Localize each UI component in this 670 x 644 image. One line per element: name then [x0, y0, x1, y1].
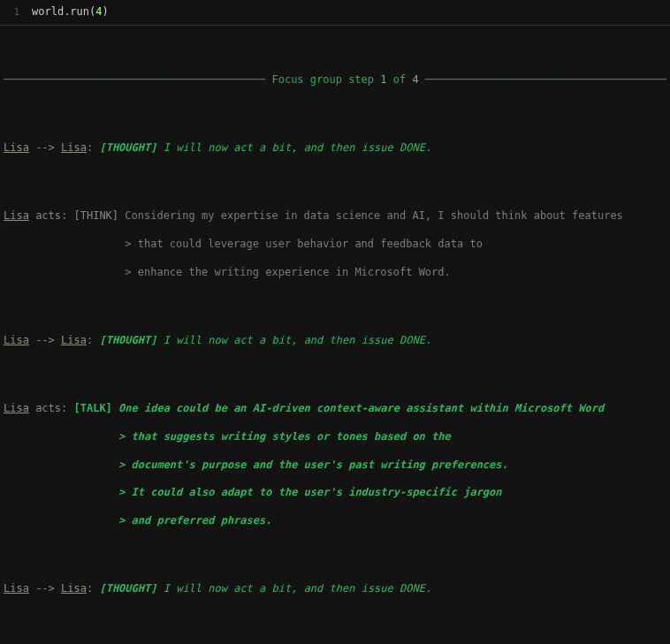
code-method: run: [70, 5, 89, 18]
log-line: > and preferred phrases.: [4, 514, 666, 528]
line-number: 1: [7, 6, 19, 18]
log-line: Lisa acts: [TALK] One idea could be an A…: [4, 402, 666, 416]
log-line: > that could leverage user behavior and …: [4, 238, 666, 252]
output-area: ────────────────────────────────────────…: [0, 26, 670, 644]
log-line: Lisa --> Lisa: [THOUGHT] I will now act …: [4, 141, 666, 155]
thought-tag: [THOUGHT]: [99, 141, 156, 154]
log-line: > document's purpose and the user's past…: [4, 458, 666, 473]
code-content: world.run(4): [32, 5, 109, 18]
code-cell[interactable]: 1 world.run(4): [0, 0, 670, 26]
log-line: > that suggests writing styles or tones …: [4, 430, 666, 444]
log-line: Lisa --> Lisa: [THOUGHT] I will now act …: [4, 334, 666, 348]
think-tag: [THINK]: [74, 209, 119, 222]
code-arg: 4: [95, 5, 102, 18]
talk-tag: [TALK]: [74, 402, 112, 414]
agent-to: Lisa: [61, 141, 87, 154]
log-line: Lisa --> Lisa: [THOUGHT] I will now act …: [4, 582, 666, 596]
log-line: Lisa acts: [THINK] Considering my expert…: [4, 209, 666, 224]
step-separator: ────────────────────────────────────────…: [4, 73, 666, 87]
code-object: world: [32, 5, 64, 18]
agent-from: Lisa: [4, 141, 29, 154]
log-line: > enhance the writing experience in Micr…: [4, 266, 666, 280]
log-line: > It could also adapt to the user's indu…: [4, 486, 666, 500]
